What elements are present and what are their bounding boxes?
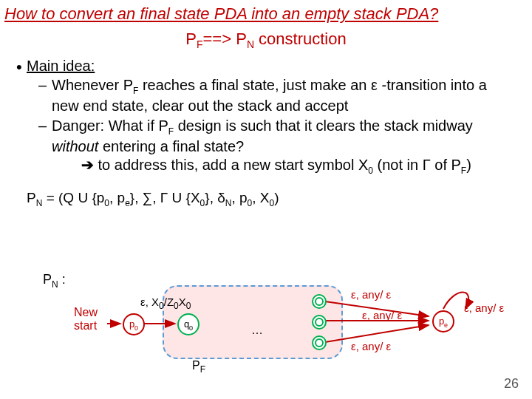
- ellipsis: …: [251, 324, 263, 337]
- slide-subtitle: PF==> PN construction: [0, 30, 532, 50]
- edge-label-any-3: ε, any/ ε: [351, 340, 391, 352]
- idea-2: – Danger: What if PF design is such that…: [52, 117, 510, 177]
- idea-1: – Whenever PF reaches a final state, jus…: [52, 76, 510, 115]
- automaton-diagram: PN : New start p0 q0: [30, 272, 510, 383]
- final-state-3: [312, 335, 327, 350]
- state-q0: q0: [177, 313, 200, 335]
- arrow-icon: ➔: [81, 157, 94, 173]
- main-idea-heading: • Main idea:: [27, 58, 532, 75]
- edge-label-start: ε, X0/Z0X0: [140, 296, 191, 311]
- slide-title: How to convert an final state PDA into a…: [0, 0, 532, 24]
- bullet-icon: •: [16, 58, 22, 77]
- final-state-1: [312, 294, 327, 309]
- final-state-2: [312, 315, 327, 330]
- pf-caption: PF: [192, 359, 205, 375]
- state-pe: pe: [432, 310, 454, 332]
- pn-definition: PN = (Q U {p0, pe}, ∑, Γ U {X0}, δN, p0,…: [27, 190, 532, 208]
- edge-label-any-2: ε, any/ ε: [362, 309, 402, 321]
- edge-label-any-1: ε, any/ ε: [351, 288, 391, 301]
- state-p0: p0: [123, 313, 145, 335]
- page-number: 26: [504, 376, 519, 392]
- edge-label-self-loop: ε, any/ ε: [464, 301, 504, 314]
